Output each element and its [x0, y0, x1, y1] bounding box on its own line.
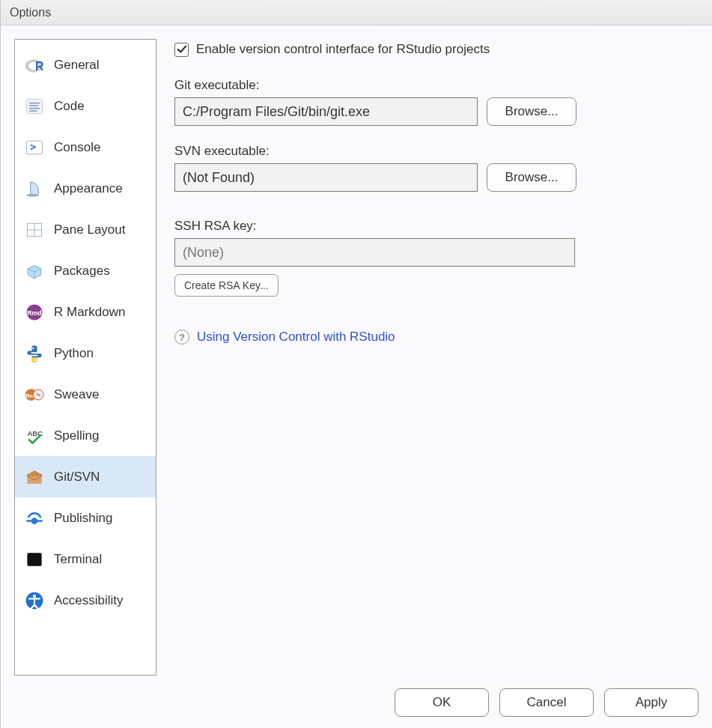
- sidebar-item-label: Python: [54, 346, 94, 361]
- sidebar-item-label: Console: [54, 140, 100, 155]
- sidebar-item-label: Appearance: [54, 181, 123, 196]
- dialog-body: RGeneralCode>ConsoleAppearancePane Layou…: [1, 25, 712, 728]
- svn-exe-field[interactable]: (Not Found): [174, 163, 478, 192]
- ssh-key-label: SSH RSA key:: [174, 219, 694, 234]
- sidebar-item-sweave[interactable]: RnwSweave: [15, 374, 156, 415]
- svg-point-16: [32, 347, 34, 348]
- sidebar-item-code[interactable]: Code: [15, 85, 156, 127]
- sidebar-item-git-svn[interactable]: Git/SVN: [15, 456, 156, 497]
- svg-point-28: [33, 594, 36, 597]
- enable-vcs-label: Enable version control interface for RSt…: [196, 42, 490, 57]
- cancel-button[interactable]: Cancel: [499, 688, 594, 717]
- sidebar-item-terminal[interactable]: Terminal: [15, 539, 156, 580]
- create-rsa-key-button[interactable]: Create RSA Key...: [174, 274, 279, 297]
- sidebar-item-python[interactable]: Python: [15, 333, 156, 374]
- svg-point-17: [35, 359, 37, 360]
- sidebar-item-publishing[interactable]: Publishing: [15, 497, 156, 539]
- ssh-key-field[interactable]: (None): [174, 238, 575, 267]
- git-exe-label: Git executable:: [174, 78, 694, 93]
- sidebar-item-spelling[interactable]: ABCSpelling: [15, 415, 156, 456]
- main-area: RGeneralCode>ConsoleAppearancePane Layou…: [1, 25, 712, 682]
- svg-text:Rmd: Rmd: [27, 309, 41, 316]
- git-browse-button[interactable]: Browse...: [487, 97, 576, 126]
- apply-button[interactable]: Apply: [604, 688, 699, 717]
- r-logo-icon: R: [24, 55, 45, 76]
- sidebar-item-appearance[interactable]: Appearance: [15, 168, 156, 209]
- sidebar-item-label: Accessibility: [54, 593, 124, 608]
- svn-exe-label: SVN executable:: [174, 144, 694, 159]
- publishing-icon: [24, 508, 45, 529]
- sidebar-item-label: Git/SVN: [54, 470, 100, 485]
- svg-text:>: >: [30, 141, 36, 153]
- sidebar-item-label: Pane Layout: [54, 222, 125, 237]
- sidebar-item-console[interactable]: >Console: [15, 127, 156, 168]
- appearance-icon: [24, 178, 45, 199]
- spelling-icon: ABC: [24, 425, 45, 446]
- sidebar-item-label: Terminal: [54, 552, 102, 567]
- console-icon: >: [24, 137, 45, 158]
- terminal-icon: [24, 549, 45, 570]
- titlebar: Options: [1, 0, 712, 25]
- sidebar-item-packages[interactable]: Packages: [15, 250, 156, 291]
- sidebar-item-r-markdown[interactable]: RmdR Markdown: [15, 291, 156, 333]
- svg-text:R: R: [35, 60, 44, 73]
- sidebar-item-accessibility[interactable]: Accessibility: [15, 580, 156, 621]
- enable-vcs-checkbox[interactable]: [174, 43, 189, 57]
- category-sidebar: RGeneralCode>ConsoleAppearancePane Layou…: [14, 39, 156, 676]
- sidebar-item-label: Code: [54, 99, 85, 114]
- svg-point-10: [27, 194, 39, 197]
- options-dialog: Options RGeneralCode>ConsoleAppearancePa…: [0, 0, 712, 728]
- svg-rect-26: [27, 553, 41, 566]
- checkmark-icon: [177, 44, 187, 55]
- dialog-footer: OK Cancel Apply: [1, 682, 712, 728]
- rmarkdown-icon: Rmd: [24, 302, 45, 323]
- sidebar-item-label: General: [54, 58, 99, 73]
- sidebar-item-label: Packages: [54, 264, 110, 279]
- window-title: Options: [10, 6, 51, 19]
- git-exe-row: C:/Program Files/Git/bin/git.exe Browse.…: [174, 97, 694, 126]
- svn-browse-button[interactable]: Browse...: [487, 163, 576, 192]
- gitsvn-panel: Enable version control interface for RSt…: [170, 39, 699, 676]
- help-icon: ?: [174, 330, 189, 345]
- code-icon: [24, 96, 45, 117]
- sidebar-item-label: Sweave: [54, 387, 99, 402]
- sidebar-item-label: Spelling: [54, 428, 100, 443]
- svn-exe-row: (Not Found) Browse...: [174, 163, 694, 192]
- accessibility-icon: [24, 590, 45, 611]
- sidebar-item-label: R Markdown: [54, 305, 125, 320]
- sidebar-item-general[interactable]: RGeneral: [15, 44, 156, 85]
- panes-icon: [24, 219, 45, 240]
- ok-button[interactable]: OK: [395, 688, 489, 717]
- vcs-help-link[interactable]: Using Version Control with RStudio: [197, 330, 395, 345]
- python-icon: [24, 343, 45, 364]
- git-exe-field[interactable]: C:/Program Files/Git/bin/git.exe: [174, 97, 478, 126]
- packages-icon: [24, 261, 45, 282]
- sweave-icon: Rnw: [24, 384, 45, 405]
- help-row: ? Using Version Control with RStudio: [174, 330, 694, 345]
- gitsvn-icon: [24, 467, 45, 488]
- sidebar-item-label: Publishing: [54, 511, 112, 526]
- enable-vcs-row: Enable version control interface for RSt…: [174, 42, 694, 57]
- sidebar-item-pane-layout[interactable]: Pane Layout: [15, 209, 156, 250]
